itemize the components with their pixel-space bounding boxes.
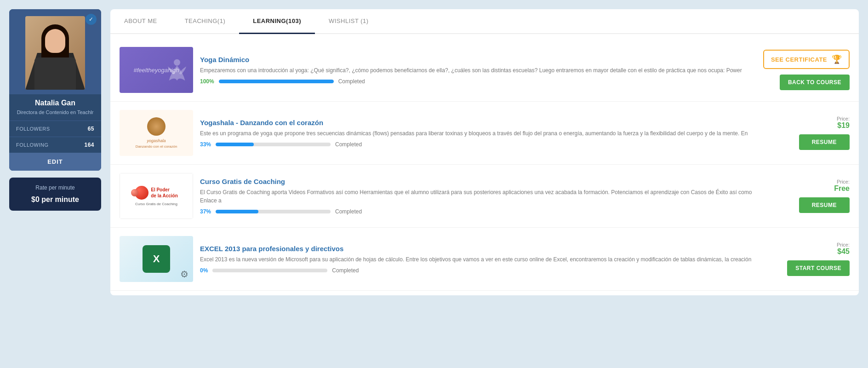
following-label: FOLLOWING [16, 142, 49, 148]
course-thumbnail-coaching: El Poderde la Acción Curso Gratis de Coa… [120, 173, 193, 219]
course-item: yogashala Danzando con el corazón Yogash… [110, 102, 859, 165]
progress-bar-fill [219, 80, 334, 83]
progress-row: 0% Completed [200, 267, 769, 274]
progress-label: Completed [335, 141, 362, 148]
price-value: $19 [837, 121, 850, 130]
course-description: Empezaremos con una introducción al yoga… [200, 66, 751, 75]
start-course-button[interactable]: START COURSE [787, 260, 850, 276]
progress-percentage: 33% [200, 141, 211, 148]
profile-title: Directora de Contenido en Teachlr [17, 109, 94, 116]
course-actions-excel: Price: $45 START COURSE [776, 242, 850, 276]
progress-label: Completed [338, 78, 365, 85]
progress-bar-track [216, 143, 331, 146]
course-info-yoga: Yoga Dinámico Empezaremos con una introd… [200, 56, 751, 85]
yoga-figure-icon [166, 58, 188, 91]
course-title: Yoga Dinámico [200, 56, 751, 63]
followers-value: 65 [88, 126, 94, 132]
course-description: El Curso Gratis de Coaching aporta Video… [200, 188, 769, 205]
progress-bar-track [212, 269, 327, 272]
see-cert-label: SEE CERTIFICATE [771, 56, 827, 63]
price-label: Price: [837, 116, 850, 121]
main-content: ABOUT ME TEACHING(1) LEARNING(103) WISHL… [110, 9, 859, 295]
course-actions-yogashala: Price: $19 RESUME [776, 116, 850, 150]
progress-label: Completed [335, 208, 362, 215]
course-info-yogashala: Yogashala - Danzando con el corazón Este… [200, 119, 769, 148]
verified-badge: ✓ [86, 14, 97, 25]
course-title: EXCEL 2013 para profesionales y directiv… [200, 245, 769, 253]
progress-bar-track [219, 80, 334, 83]
rate-label: Rate per minute [16, 184, 94, 191]
course-title: Yogashala - Danzando con el corazón [200, 119, 769, 126]
price-section: Price: $19 [837, 116, 850, 130]
yoga-thumb-text: #feeltheyogahigh [133, 67, 179, 74]
avatar-wrapper: ✓ [9, 9, 101, 94]
avatar-face [45, 29, 65, 53]
profile-info: Natalia Gan Directora de Contenido en Te… [10, 94, 101, 121]
price-value: $45 [837, 247, 850, 256]
followers-row: FOLLOWERS 65 [9, 121, 101, 137]
sidebar: ✓ Natalia Gan Directora de Contenido en … [9, 9, 101, 211]
resume-button[interactable]: RESUME [799, 134, 850, 150]
profile-stats: FOLLOWERS 65 FOLLOWING 164 [9, 121, 101, 153]
price-section: Price: $45 [837, 242, 850, 256]
back-to-course-button[interactable]: BACK TO COURSE [780, 75, 850, 90]
price-value: Free [834, 184, 850, 193]
tabs: ABOUT ME TEACHING(1) LEARNING(103) WISHL… [110, 9, 859, 34]
progress-percentage: 100% [200, 78, 214, 85]
tab-learning[interactable]: LEARNING(103) [239, 9, 315, 34]
certificate-icon: 🏆 [832, 54, 842, 64]
svg-point-0 [174, 59, 180, 66]
progress-bar-fill [216, 143, 254, 146]
tab-about-me[interactable]: ABOUT ME [110, 9, 171, 34]
course-item: X ⚙ EXCEL 2013 para profesionales y dire… [110, 228, 859, 291]
course-thumbnail-yogashala: yogashala Danzando con el corazón [120, 110, 193, 156]
see-certificate-button[interactable]: SEE CERTIFICATE 🏆 [763, 50, 850, 69]
progress-row: 33% Completed [200, 141, 769, 148]
avatar-body [34, 58, 76, 90]
course-thumbnail-yoga: #feeltheyogahigh [120, 47, 193, 93]
yogashala-name: yogashala [147, 138, 166, 144]
excel-icon: X [143, 245, 170, 273]
rate-value: $0 per minute [16, 196, 94, 204]
course-list: #feeltheyogahigh Yoga Dinámico Empezarem… [110, 34, 859, 295]
coaching-subtitle: Curso Gratis de Coaching [135, 202, 177, 206]
progress-bar-track [216, 210, 331, 213]
coaching-sphere-icon [135, 186, 148, 200]
profile-card: ✓ Natalia Gan Directora de Contenido en … [9, 9, 101, 171]
progress-row: 100% Completed [200, 78, 751, 85]
price-section: Price: Free [834, 179, 850, 193]
price-label: Price: [834, 179, 850, 184]
course-actions-coaching: Price: Free RESUME [776, 179, 850, 213]
resume-button[interactable]: RESUME [799, 197, 850, 213]
course-description: Este es un programa de yoga que propone … [200, 129, 769, 138]
yogashala-subtitle: Danzando con el corazón [136, 144, 177, 149]
course-item: #feeltheyogahigh Yoga Dinámico Empezarem… [110, 39, 859, 102]
course-info-excel: EXCEL 2013 para profesionales y directiv… [200, 245, 769, 274]
coaching-logo: El Poderde la Acción [135, 186, 178, 200]
yogashala-logo [147, 117, 166, 136]
following-value: 164 [84, 142, 94, 148]
progress-percentage: 37% [200, 208, 211, 215]
course-thumbnail-excel: X ⚙ [120, 236, 193, 282]
following-row: FOLLOWING 164 [9, 137, 101, 153]
course-title: Curso Gratis de Coaching [200, 178, 769, 185]
progress-row: 37% Completed [200, 208, 769, 215]
tab-wishlist[interactable]: WISHLIST (1) [315, 9, 383, 34]
course-description: Excel 2013 es la nueva versión de Micros… [200, 255, 769, 264]
profile-name: Natalia Gan [17, 99, 94, 107]
coaching-name-text: El Poderde la Acción [151, 187, 178, 199]
edit-button[interactable]: EDIT [9, 153, 101, 171]
progress-label: Completed [332, 267, 359, 274]
rate-card: Rate per minute $0 per minute [9, 178, 101, 211]
course-actions-yoga: SEE CERTIFICATE 🏆 BACK TO COURSE [758, 50, 850, 90]
avatar [25, 16, 85, 90]
course-item: El Poderde la Acción Curso Gratis de Coa… [110, 165, 859, 228]
price-label: Price: [837, 242, 850, 247]
course-info-coaching: Curso Gratis de Coaching El Curso Gratis… [200, 178, 769, 215]
tab-teaching[interactable]: TEACHING(1) [171, 9, 240, 34]
followers-label: FOLLOWERS [16, 126, 50, 132]
progress-percentage: 0% [200, 267, 208, 274]
progress-bar-fill [216, 210, 258, 213]
excel-gears-icon: ⚙ [180, 269, 188, 280]
